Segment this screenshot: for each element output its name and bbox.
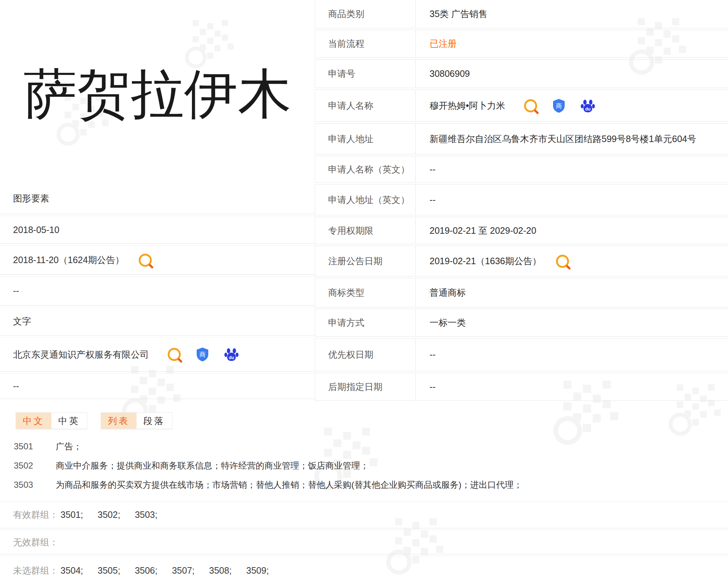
- applicant-name-value: 穆开热姆•阿卜力米: [430, 100, 505, 112]
- agency-name-value: 北京东灵通知识产权服务有限公司: [13, 349, 149, 361]
- row-applicant-name-en: 申请人名称（英文） --: [315, 156, 728, 183]
- trademark-shield-icon[interactable]: [552, 99, 565, 113]
- field-label: 申请人地址（英文）: [315, 184, 416, 215]
- field-label: 申请人名称（英文）: [315, 156, 416, 182]
- tab-chinese[interactable]: 中文: [16, 413, 51, 429]
- left-row-agency: 北京东灵通知识产权服务有限公司: [0, 337, 315, 372]
- tab-list-view[interactable]: 列表: [101, 413, 137, 429]
- goods-description: 商业中介服务；提供商业和商务联系信息；特许经营的商业管理；饭店商业管理；: [56, 460, 369, 471]
- group-number: 3504;: [60, 565, 83, 576]
- tab-paragraph-view[interactable]: 段落: [137, 413, 172, 429]
- field-label: 专用权期限: [315, 217, 416, 244]
- row-exclusive-right-period: 专用权期限 2019-02-21 至 2029-02-20: [315, 217, 728, 244]
- search-icon[interactable]: [556, 255, 569, 268]
- left-row-empty-1: --: [0, 276, 315, 305]
- group-number: 3502;: [98, 510, 121, 520]
- search-icon[interactable]: [168, 348, 181, 361]
- empty-value: --: [13, 286, 19, 296]
- field-label: 注册公告日期: [315, 246, 416, 276]
- goods-code: 3502: [14, 461, 44, 471]
- goods-code: 3503: [14, 480, 44, 490]
- empty-value: --: [13, 381, 19, 391]
- row-application-method: 申请方式 一标一类: [315, 309, 728, 337]
- goods-item-3503: 3503 为商品和服务的买卖双方提供在线市场；市场营销；替他人推销；替他人采购(…: [0, 475, 728, 494]
- row-application-number: 申请号 30806909: [315, 59, 728, 88]
- goods-services-list: 3501 广告； 3502 商业中介服务；提供商业和商务联系信息；特许经营的商业…: [0, 437, 728, 494]
- row-later-designation-date: 后期指定日期 --: [315, 373, 728, 401]
- group-summary: 有效群组： 3501; 3502; 3503; 无效群组： 未选群组： 3504…: [0, 501, 728, 582]
- group-number: 3507;: [172, 565, 195, 576]
- graphic-elements-label: 图形要素: [13, 192, 49, 204]
- field-label: 商标类型: [315, 278, 416, 307]
- field-value: 2019-02-21（1636期公告）: [430, 255, 541, 267]
- status-badge: 已注册: [430, 38, 457, 50]
- search-icon[interactable]: [524, 99, 537, 112]
- field-label: 申请号: [315, 59, 416, 88]
- field-label: 申请方式: [315, 309, 416, 336]
- valid-groups-label: 有效群组：: [13, 509, 58, 521]
- field-value: --: [430, 164, 436, 175]
- goods-item-3501: 3501 广告；: [0, 437, 728, 456]
- language-tabs: 中文 中英: [16, 412, 87, 429]
- left-row-first-announcement: 2018-11-20（1624期公告）: [0, 245, 315, 275]
- trademark-name-image: 萨贺拉伊木: [0, 62, 315, 126]
- unselected-groups-label: 未选群组：: [13, 565, 58, 577]
- field-value: 新疆维吾尔自治区乌鲁木齐市天山区团结路599号8号楼1单元604号: [430, 133, 696, 145]
- row-current-status: 当前流程 已注册: [315, 30, 728, 58]
- row-trademark-type: 商标类型 普通商标: [315, 278, 728, 307]
- invalid-groups-label: 无效群组：: [13, 536, 58, 548]
- tab-chinese-english[interactable]: 中英: [51, 413, 87, 429]
- field-label: 当前流程: [315, 30, 416, 57]
- application-date-value: 2018-05-10: [13, 225, 59, 235]
- invalid-groups-row: 无效群组：: [0, 530, 728, 554]
- goods-code: 3501: [14, 441, 44, 452]
- view-tabs: 列表 段落: [101, 412, 172, 429]
- field-value: 2019-02-21 至 2029-02-20: [430, 225, 536, 237]
- group-number: 3509;: [246, 565, 269, 576]
- search-icon[interactable]: [139, 254, 152, 267]
- goods-description: 为商品和服务的买卖双方提供在线市场；市场营销；替他人推销；替他人采购(替其他企业…: [56, 479, 522, 491]
- field-value: --: [430, 349, 436, 360]
- goods-description: 广告；: [56, 441, 82, 452]
- field-label: 申请人地址: [315, 124, 416, 154]
- field-label: 后期指定日期: [315, 373, 416, 400]
- baidu-icon[interactable]: [224, 347, 239, 362]
- group-number: 3505;: [98, 565, 121, 576]
- row-priority-date: 优先权日期 --: [315, 338, 728, 371]
- field-label: 优先权日期: [315, 338, 416, 371]
- row-registration-announcement: 注册公告日期 2019-02-21（1636期公告）: [315, 246, 728, 277]
- group-number: 3506;: [135, 565, 158, 576]
- first-announcement-value: 2018-11-20（1624期公告）: [13, 254, 124, 266]
- left-row-graphic-elements: 图形要素: [0, 183, 315, 214]
- group-number: 3508;: [209, 565, 232, 576]
- field-value: --: [430, 382, 436, 392]
- trademark-shield-icon[interactable]: [196, 347, 209, 362]
- trademark-detail-page: 萨贺拉伊木 图形要素 2018-05-10 2018-11-20（1624期公告…: [0, 0, 728, 582]
- goods-list-toolbar: 中文 中英 列表 段落: [0, 412, 728, 429]
- field-value: 普通商标: [430, 287, 466, 299]
- row-applicant-address-en: 申请人地址（英文） --: [315, 184, 728, 215]
- field-label: 申请人名称: [315, 90, 416, 121]
- group-number: 3501;: [60, 510, 83, 520]
- left-row-mark-form: 文字: [0, 307, 315, 336]
- group-number: 3503;: [135, 510, 158, 520]
- valid-groups-row: 有效群组： 3501; 3502; 3503;: [0, 501, 728, 528]
- left-info-rows: 图形要素 2018-05-10 2018-11-20（1624期公告） -- 文…: [0, 183, 315, 400]
- unselected-groups-row: 未选群组： 3504; 3505; 3506; 3507; 3508; 3509…: [0, 556, 728, 582]
- field-value: 30806909: [430, 68, 470, 79]
- row-goods-class: 商品类别 35类 广告销售: [315, 0, 728, 28]
- trademark-detail-table: 商品类别 35类 广告销售 当前流程 已注册 申请号 30806909 申请人名…: [315, 0, 728, 402]
- field-value: 一标一类: [430, 317, 466, 329]
- field-value: 35类 广告销售: [430, 8, 488, 20]
- left-row-empty-2: --: [0, 373, 315, 399]
- baidu-icon[interactable]: [581, 99, 595, 113]
- field-label: 商品类别: [315, 0, 416, 28]
- row-applicant-name: 申请人名称 穆开热姆•阿卜力米: [315, 90, 728, 122]
- field-value: --: [430, 195, 436, 205]
- mark-form-value: 文字: [13, 315, 31, 327]
- left-row-application-date: 2018-05-10: [0, 216, 315, 244]
- row-applicant-address: 申请人地址 新疆维吾尔自治区乌鲁木齐市天山区团结路599号8号楼1单元604号: [315, 123, 728, 154]
- goods-item-3502: 3502 商业中介服务；提供商业和商务联系信息；特许经营的商业管理；饭店商业管理…: [0, 456, 728, 475]
